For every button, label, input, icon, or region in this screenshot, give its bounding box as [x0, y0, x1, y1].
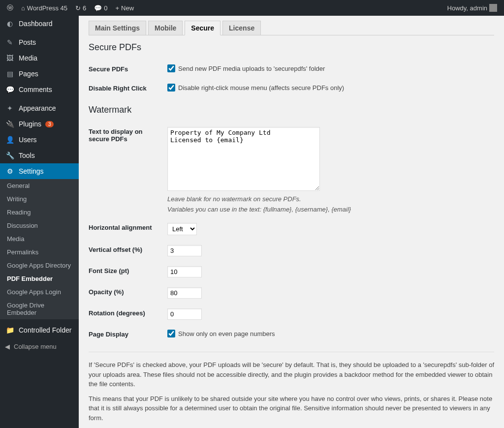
disable-right-click-checkbox[interactable] [167, 84, 175, 92]
explain-p2: This means that your PDF is unlikely to … [89, 394, 494, 423]
secure-pdfs-text: Send new PDF media uploads to 'securepdf… [178, 65, 325, 72]
users-icon: 👤 [5, 136, 15, 144]
rotation-input[interactable] [167, 308, 202, 320]
settings-submenu: General Writing Reading Discussion Media… [0, 179, 79, 319]
submenu-permalinks[interactable]: Permalinks [0, 245, 79, 259]
menu-controlled-folder[interactable]: 📁Controlled Folder [0, 322, 79, 338]
secure-pdfs-heading: Secure PDFs [89, 42, 494, 53]
admin-sidebar: ◐Dashboard ✎Posts 🖼Media ▤Pages 💬Comment… [0, 16, 79, 428]
fontsize-input[interactable] [167, 266, 202, 277]
updates[interactable]: ↻6 [72, 0, 89, 16]
plugins-badge: 3 [45, 121, 54, 127]
voffset-label: Vertical offset (%) [89, 240, 167, 261]
secure-pdfs-checkbox[interactable] [167, 64, 175, 72]
comments-count: 0 [104, 4, 107, 12]
media-icon: 🖼 [5, 54, 15, 62]
menu-posts[interactable]: ✎Posts [0, 34, 79, 50]
tab-mobile[interactable]: Mobile [148, 21, 183, 35]
watermark-heading: Watermark [89, 105, 494, 115]
watermark-hint1: Leave blank for no watermark on secure P… [167, 195, 489, 203]
menu-comments[interactable]: 💬Comments [0, 82, 79, 97]
settings-icon: ⚙ [5, 167, 15, 175]
menu-settings[interactable]: ⚙Settings [0, 163, 79, 179]
submenu-reading[interactable]: Reading [0, 206, 79, 219]
rotation-label: Rotation (degrees) [89, 304, 167, 325]
comments[interactable]: 💬0 [91, 0, 110, 16]
pages-icon: ▤ [5, 70, 15, 78]
avatar-icon [489, 4, 497, 12]
collapse-menu[interactable]: ◀Collapse menu [0, 338, 79, 355]
page-display-checkbox[interactable] [167, 330, 175, 337]
dashboard-icon: ◐ [5, 20, 15, 28]
watermark-hint2: Variables you can use in the text: {full… [167, 206, 489, 213]
submenu-discussion[interactable]: Discussion [0, 219, 79, 232]
submenu-media[interactable]: Media [0, 232, 79, 245]
folder-icon: 📁 [5, 326, 15, 334]
submenu-general[interactable]: General [0, 179, 79, 192]
tab-license[interactable]: License [222, 21, 261, 35]
posts-icon: ✎ [5, 38, 15, 46]
comment-icon: 💬 [94, 4, 102, 12]
submenu-google-apps-login[interactable]: Google Apps Login [0, 285, 79, 299]
fontsize-label: Font Size (pt) [89, 261, 167, 282]
content-area: Main Settings Mobile Secure License Secu… [79, 16, 504, 428]
wp-logo[interactable]: ⓦ [4, 0, 16, 16]
menu-pages[interactable]: ▤Pages [0, 66, 79, 82]
my-account[interactable]: Howdy, admin [444, 0, 500, 16]
wordpress-icon: ⓦ [7, 3, 13, 12]
watermark-text-label: Text to display on secure PDFs [89, 122, 167, 218]
plus-icon: + [115, 4, 119, 12]
admin-bar: ⓦ ⌂WordPress 45 ↻6 💬0 +New Howdy, admin [0, 0, 504, 16]
opacity-input[interactable] [167, 287, 202, 299]
disable-right-click-label: Disable Right Click [89, 79, 167, 98]
secure-pdfs-label: Secure PDFs [89, 60, 167, 79]
tab-main-settings[interactable]: Main Settings [89, 21, 146, 35]
updates-count: 6 [83, 4, 86, 12]
disable-right-click-text: Disable right-click mouse menu (affects … [178, 84, 344, 92]
menu-tools[interactable]: 🔧Tools [0, 148, 79, 163]
opacity-label: Opacity (%) [89, 282, 167, 304]
submenu-google-drive-embedder[interactable]: Google Drive Embedder [0, 299, 79, 319]
settings-tabs: Main Settings Mobile Secure License [89, 21, 494, 35]
menu-plugins[interactable]: 🔌Plugins3 [0, 116, 79, 132]
appearance-icon: ✦ [5, 104, 15, 112]
comments-icon: 💬 [5, 86, 15, 93]
howdy-label: Howdy, admin [447, 4, 487, 12]
page-display-text: Show only on even page numbers [178, 330, 275, 337]
halign-label: Horizontal alignment [89, 218, 167, 240]
site-name-label: WordPress 45 [27, 4, 67, 12]
submenu-google-apps-directory[interactable]: Google Apps Directory [0, 259, 79, 272]
site-name[interactable]: ⌂WordPress 45 [18, 0, 70, 16]
submenu-pdf-embedder[interactable]: PDF Embedder [0, 272, 79, 285]
explain-p1: If 'Secure PDFs' is checked above, your … [89, 360, 494, 389]
menu-dashboard[interactable]: ◐Dashboard [0, 16, 79, 31]
collapse-icon: ◀ [5, 343, 10, 350]
tab-secure[interactable]: Secure [185, 21, 220, 35]
watermark-textarea[interactable] [167, 127, 320, 191]
halign-select[interactable]: Left [167, 223, 197, 235]
voffset-input[interactable] [167, 245, 202, 256]
page-display-label: Page Display [89, 325, 167, 344]
tools-icon: 🔧 [5, 152, 15, 159]
home-icon: ⌂ [21, 4, 25, 12]
refresh-icon: ↻ [75, 4, 81, 12]
submenu-writing[interactable]: Writing [0, 192, 79, 206]
new-content[interactable]: +New [112, 0, 137, 16]
plugins-icon: 🔌 [5, 120, 15, 128]
menu-media[interactable]: 🖼Media [0, 50, 79, 66]
menu-users[interactable]: 👤Users [0, 132, 79, 148]
menu-appearance[interactable]: ✦Appearance [0, 100, 79, 116]
new-label: New [121, 4, 134, 12]
